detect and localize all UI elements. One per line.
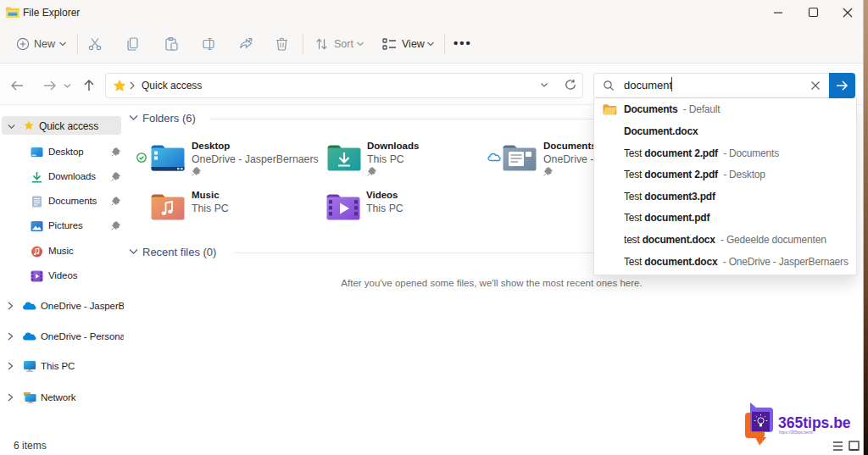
svg-text:https://365tips.be/nl/: https://365tips.be/nl/	[779, 430, 814, 435]
svg-text:365tips.be: 365tips.be	[778, 414, 851, 431]
